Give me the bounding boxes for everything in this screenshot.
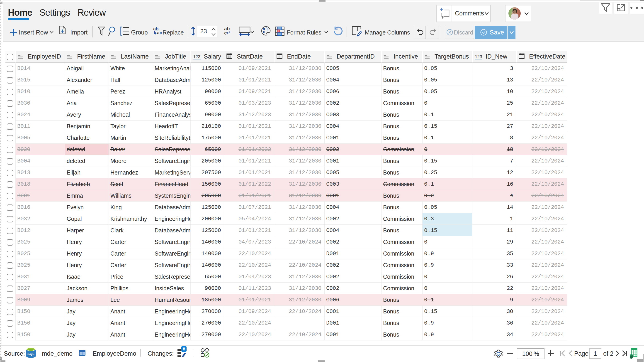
svg-text:SQL: SQL: [28, 352, 34, 356]
